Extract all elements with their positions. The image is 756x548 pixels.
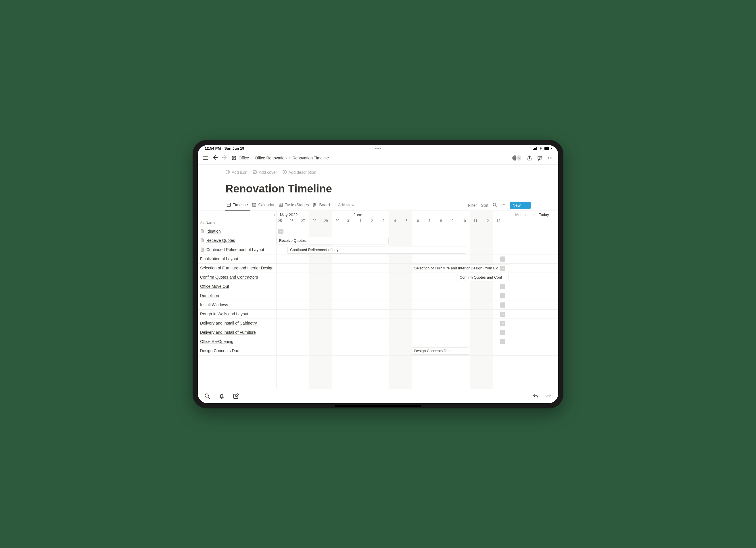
back-button[interactable]	[212, 155, 218, 162]
timeline-row[interactable]: Continued Refinement of Layout	[277, 245, 558, 255]
svg-point-34	[503, 205, 504, 205]
timeline-row[interactable]: →	[277, 337, 558, 346]
ipad-status-bar: 12:54 PM Sun Jun 19	[198, 145, 558, 152]
filter-button[interactable]: Filter	[468, 203, 477, 208]
name-column-header[interactable]: Name	[206, 220, 216, 225]
today-button[interactable]: Today	[539, 213, 549, 217]
tab-board[interactable]: Board	[312, 200, 332, 211]
table-row[interactable]: Design Concepts Due	[198, 346, 276, 355]
task-bar-confirm[interactable]: Confirm Quotes and Cont	[457, 274, 509, 281]
svg-rect-24	[279, 203, 283, 207]
share-icon[interactable]	[527, 155, 532, 161]
task-bar-selection[interactable]: Selection of Furniture and Interior Desi…	[412, 265, 509, 272]
new-button[interactable]: New ⌄	[510, 202, 531, 209]
forward-button[interactable]	[222, 155, 228, 162]
notifications-icon[interactable]	[218, 393, 225, 399]
timeline-row[interactable]: →	[277, 291, 558, 300]
table-row[interactable]: Delivery and Install of Furniture	[198, 328, 276, 337]
offscreen-left-indicator[interactable]: ←	[278, 229, 283, 234]
emoji-icon	[225, 170, 230, 175]
table-row[interactable]: Finalization of Layout	[198, 255, 276, 264]
offscreen-right-indicator[interactable]: →	[500, 330, 505, 335]
table-row[interactable]: Install Windows	[198, 300, 276, 309]
menu-icon[interactable]	[203, 156, 208, 160]
offscreen-right-indicator[interactable]: →	[500, 302, 505, 307]
task-bar-receive-quotes[interactable]: Receive Quotes	[277, 237, 389, 245]
row-label: Demolition	[200, 293, 219, 298]
undo-icon[interactable]	[532, 393, 539, 399]
breadcrumb-root[interactable]: Office	[239, 156, 249, 160]
next-period-icon[interactable]: ›	[552, 212, 556, 218]
svg-point-33	[502, 205, 502, 205]
table-row[interactable]: Demolition	[198, 291, 276, 300]
task-bar-refinement[interactable]: Continued Refinement of Layout	[287, 246, 466, 254]
offscreen-right-indicator[interactable]: →	[500, 311, 505, 317]
offscreen-right-indicator[interactable]: →	[500, 284, 505, 289]
table-row[interactable]: Confirm Quotes and Contractors	[198, 273, 276, 282]
chevron-down-icon[interactable]: ⌄	[523, 204, 528, 207]
offscreen-right-indicator[interactable]: →	[500, 339, 505, 344]
add-icon-button[interactable]: Add icon	[225, 170, 247, 175]
page-icon	[232, 156, 236, 160]
timeline-row[interactable]: →	[277, 319, 558, 328]
svg-line-32	[495, 206, 496, 207]
search-icon[interactable]	[492, 203, 497, 208]
table-row[interactable]: Rough-in Walls and Layout	[198, 309, 276, 319]
add-description-button[interactable]: Add description	[282, 170, 316, 175]
prev-period-icon[interactable]: ‹	[532, 212, 536, 218]
table-row[interactable]: Continued Refinement of Layout	[198, 245, 276, 255]
date-header-cell: 5	[401, 219, 412, 223]
offscreen-right-indicator[interactable]: →	[500, 293, 505, 298]
date-header-cell: 7	[424, 219, 435, 223]
timeline-row[interactable]: →	[277, 255, 558, 264]
table-row[interactable]: Ideation	[198, 227, 276, 236]
task-bar-design-due[interactable]: Design Concepts Due	[412, 347, 469, 355]
add-cover-button[interactable]: Add cover	[252, 170, 277, 175]
signal-icon	[533, 147, 537, 150]
sort-button[interactable]: Sort	[481, 203, 488, 208]
row-label: Confirm Quotes and Contractors	[200, 275, 258, 279]
date-header-cell: 31	[343, 219, 355, 223]
svg-point-8	[551, 157, 552, 158]
redo-icon[interactable]	[546, 393, 552, 399]
table-row[interactable]: Office Re-Opening	[198, 337, 276, 346]
timeline-row[interactable]: Selection of Furniture and Interior Desi…	[277, 264, 558, 273]
offscreen-right-indicator[interactable]: →	[500, 257, 505, 262]
breadcrumb: Office / Office Renovation / Renovation …	[232, 156, 329, 160]
timeline-row[interactable]: →	[277, 282, 558, 291]
collapse-sidebar-icon[interactable]: ‹‹	[274, 213, 275, 217]
timeline-row[interactable]: Design Concepts Due	[277, 346, 558, 355]
timeline-row[interactable]: →	[277, 309, 558, 319]
comments-icon[interactable]	[537, 155, 543, 161]
add-view-button[interactable]: + Add view	[333, 200, 357, 211]
view-more-icon[interactable]	[501, 203, 506, 208]
table-row[interactable]: Selection of Furniture and Interior Desi…	[198, 264, 276, 273]
table-row[interactable]: Delivery and Install of Cabinetry	[198, 319, 276, 328]
svg-point-15	[284, 171, 285, 172]
timeline-row[interactable]: ←	[277, 227, 558, 236]
offscreen-right-indicator[interactable]: →	[500, 321, 505, 326]
page-title[interactable]: Renovation Timeline	[225, 183, 531, 195]
search-icon-bottom[interactable]	[204, 393, 210, 399]
scale-selector[interactable]: Month ⌄	[515, 213, 528, 217]
breadcrumb-current[interactable]: Renovation Timeline	[292, 156, 329, 160]
compose-icon[interactable]	[233, 393, 239, 399]
table-row[interactable]: Office Move Out	[198, 282, 276, 291]
timeline-row[interactable]: Confirm Quotes and Cont	[277, 273, 558, 282]
table-row[interactable]: Receive Quotes	[198, 236, 276, 245]
breadcrumb-parent[interactable]: Office Renovation	[255, 156, 287, 160]
board-icon	[313, 203, 317, 207]
tab-tasks[interactable]: Tasks/Stages	[277, 200, 311, 211]
multitask-dots[interactable]	[375, 148, 381, 149]
row-label: Delivery and Install of Furniture	[200, 330, 256, 334]
date-header-cell: 28	[309, 219, 320, 223]
more-icon[interactable]	[547, 155, 553, 161]
tab-timeline[interactable]: Timeline	[225, 200, 250, 211]
timeline-row[interactable]: →	[277, 328, 558, 337]
presence-avatars[interactable]: S	[512, 155, 522, 161]
timeline-grid[interactable]: May 2022 June Month ⌄ ‹ Today › 25262728…	[277, 211, 558, 389]
offscreen-right-indicator[interactable]: →	[500, 266, 505, 271]
timeline-row[interactable]: →	[277, 300, 558, 309]
tab-calendar[interactable]: 31 Calendar	[251, 200, 277, 211]
timeline-row[interactable]: Receive Quotes	[277, 236, 558, 245]
